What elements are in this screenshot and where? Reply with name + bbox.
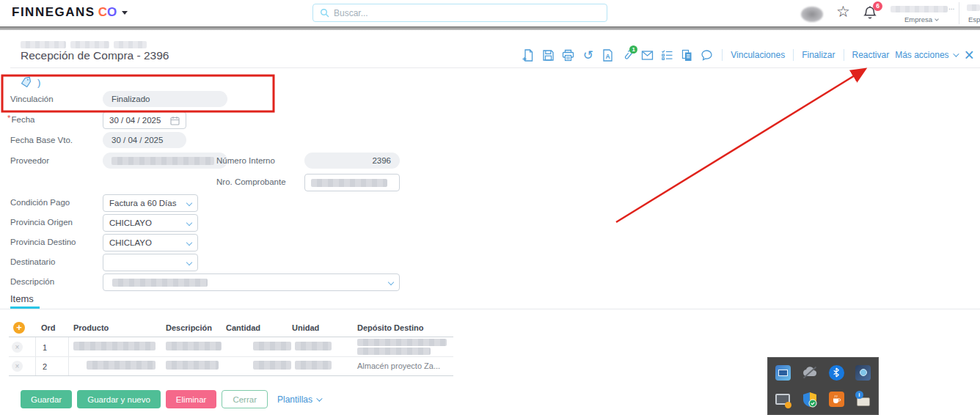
- row-ord: 1: [43, 343, 47, 352]
- document-toolbar: ↺ A 1 Vinculaciones Finalizar Reactivar …: [522, 45, 974, 65]
- chevron-down-icon: [388, 279, 394, 285]
- save-icon[interactable]: [541, 48, 555, 62]
- fecha-base-value: 30 / 04 / 2025: [103, 132, 186, 148]
- java-icon[interactable]: [827, 391, 845, 408]
- eliminar-button[interactable]: Eliminar: [166, 390, 217, 408]
- provincia-destino-value: CHICLAYO: [109, 238, 152, 247]
- fecha-base-text: 30 / 04 / 2025: [111, 136, 163, 144]
- network-app-icon[interactable]: [855, 364, 872, 381]
- condicion-pago-value: Factura a 60 Días: [109, 199, 176, 208]
- header-separator-band: [0, 26, 980, 30]
- guardar-button[interactable]: Guardar: [21, 390, 72, 408]
- close-icon[interactable]: ×: [965, 48, 974, 62]
- chevron-down-icon: [953, 51, 959, 56]
- remote-desktop-icon[interactable]: [774, 364, 791, 381]
- provincia-origen-select[interactable]: CHICLAYO: [103, 214, 198, 232]
- destinatario-select[interactable]: [103, 254, 198, 271]
- user-name-ellipsis: ...: [948, 3, 954, 11]
- reactivar-link[interactable]: Reactivar: [852, 50, 890, 60]
- descripcion-label: Descripción: [10, 277, 54, 286]
- cantidad-redacted: [253, 361, 291, 370]
- nro-comprobante-label: Nro. Comprobante: [216, 177, 286, 186]
- delete-row-icon[interactable]: ×: [12, 361, 23, 372]
- deposito-redacted: [357, 339, 447, 346]
- fecha-input[interactable]: 30 / 04 / 2025: [103, 111, 186, 129]
- brand-logo-c: C: [98, 5, 107, 20]
- fecha-label-text: Fecha: [11, 115, 34, 124]
- calendar-icon[interactable]: [170, 116, 180, 125]
- provincia-destino-select[interactable]: CHICLAYO: [103, 234, 198, 251]
- apps-blob-redacted[interactable]: [801, 7, 823, 22]
- unidad-redacted: [295, 361, 332, 370]
- print-icon[interactable]: [561, 48, 575, 62]
- plantillas-link[interactable]: Plantillas: [277, 394, 321, 405]
- workspace-redacted: [967, 4, 980, 11]
- tab-items[interactable]: Items: [10, 293, 34, 304]
- guardar-y-nuevo-button[interactable]: Guardar y nuevo: [77, 390, 161, 408]
- bluetooth-icon[interactable]: [827, 364, 845, 381]
- company-switcher[interactable]: Empresa: [904, 15, 938, 23]
- export-pdf-icon[interactable]: A: [601, 48, 615, 62]
- user-name-redacted: [891, 6, 948, 12]
- onedrive-offline-icon[interactable]: [801, 364, 819, 381]
- chevron-down-icon: [186, 260, 192, 265]
- page-title: Recepción de Compra - 2396: [21, 49, 169, 62]
- favorites-star-icon[interactable]: ☆: [836, 3, 850, 21]
- checklist-icon[interactable]: [660, 48, 674, 62]
- required-asterisk: *: [7, 114, 10, 122]
- vinculacion-status-text: Finalizado: [111, 95, 150, 103]
- footer-actions: Guardar Guardar y nuevo Eliminar Cerrar …: [21, 390, 321, 408]
- chevron-down-icon: [186, 200, 192, 206]
- descripcion-redacted: [166, 342, 222, 350]
- fecha-label: *Fecha: [7, 115, 34, 124]
- provincia-origen-value: CHICLAYO: [109, 218, 152, 227]
- proveedor-value: [103, 153, 227, 169]
- descripcion-select[interactable]: [103, 273, 400, 291]
- workspace-label: Esp: [968, 15, 980, 23]
- toolbar-separator: [793, 49, 794, 61]
- system-tray-flyout: i: [767, 357, 879, 415]
- comments-icon[interactable]: [700, 48, 714, 62]
- col-descripcion: Descripción: [166, 323, 212, 332]
- header-divider: [959, 2, 959, 24]
- destinatario-label: Destinatario: [10, 257, 55, 266]
- search-input[interactable]: [334, 8, 583, 18]
- brand-logo[interactable]: FINNEGANS C O: [12, 5, 128, 20]
- toolbar-separator: [844, 49, 844, 61]
- screen-share-icon[interactable]: [774, 391, 791, 408]
- global-search[interactable]: [312, 4, 607, 22]
- col-ord: Ord: [41, 323, 56, 332]
- history-icon[interactable]: ↺: [581, 48, 595, 62]
- delete-row-icon[interactable]: ×: [12, 342, 23, 353]
- new-document-icon[interactable]: [522, 48, 535, 62]
- plantillas-label: Plantillas: [277, 394, 312, 405]
- col-unidad: Unidad: [292, 323, 319, 332]
- mas-acciones-link[interactable]: Más acciones: [895, 50, 957, 60]
- attachments-icon[interactable]: 1: [621, 48, 635, 62]
- device-info-icon[interactable]: i: [855, 391, 872, 408]
- provincia-destino-label: Provincia Destino: [10, 238, 76, 246]
- tab-divider: [0, 309, 980, 309]
- chevron-down-icon: [186, 220, 192, 226]
- table-header-divider: [9, 337, 453, 337]
- copy-document-icon[interactable]: [680, 48, 694, 62]
- producto-redacted: [73, 342, 156, 350]
- vinculaciones-link[interactable]: Vinculaciones: [731, 50, 785, 60]
- breadcrumb-redacted-3: [114, 41, 147, 48]
- col-cantidad: Cantidad: [226, 323, 260, 332]
- cerrar-button[interactable]: Cerrar: [222, 390, 268, 408]
- nro-comprobante-input[interactable]: [304, 174, 400, 191]
- descripcion-redacted: [112, 279, 208, 287]
- email-icon[interactable]: [640, 48, 654, 62]
- condicion-pago-select[interactable]: Factura a 60 Días: [103, 194, 198, 212]
- top-header-bar: FINNEGANS C O ☆ 6 ... Empresa: [0, 0, 980, 26]
- brand-menu-caret-icon[interactable]: [122, 11, 128, 15]
- svg-text:A: A: [606, 52, 610, 59]
- finalizar-link[interactable]: Finalizar: [802, 50, 835, 60]
- add-item-button[interactable]: +: [13, 322, 25, 334]
- chevron-down-icon: [316, 395, 322, 401]
- status-icon-row: ): [21, 77, 40, 88]
- tag-icon[interactable]: [20, 76, 33, 89]
- notifications-count-badge: 6: [873, 1, 882, 11]
- windows-security-icon[interactable]: [801, 391, 819, 408]
